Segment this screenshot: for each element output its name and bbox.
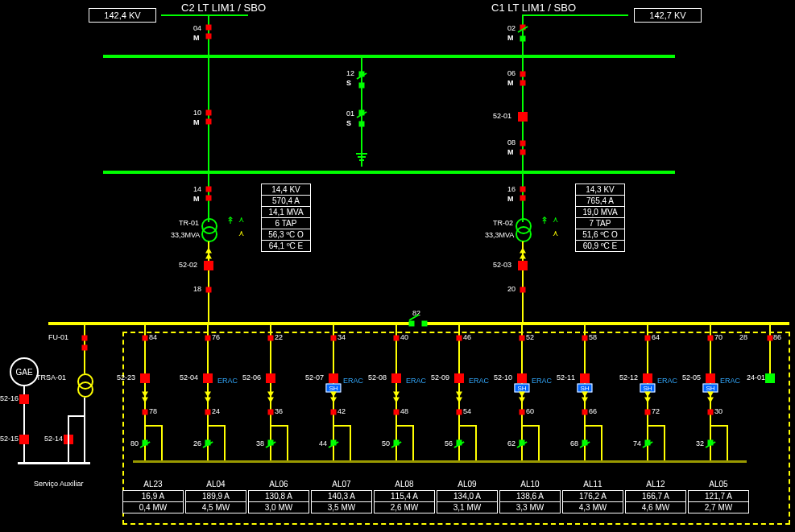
lbl-btm: 38 — [256, 439, 264, 447]
lbl-16: 16 — [507, 185, 516, 193]
lbl-fu01: FU-01 — [48, 333, 68, 341]
isolator-20[interactable] — [520, 287, 526, 293]
isolator-top[interactable] — [645, 336, 651, 341]
isolator-01b[interactable] — [359, 122, 365, 127]
breaker-52-04[interactable] — [203, 373, 213, 383]
link — [648, 425, 665, 427]
tr01-a: 570,4 A — [261, 196, 311, 207]
isolator-mid[interactable] — [268, 410, 274, 415]
isolator-18[interactable] — [206, 287, 212, 293]
isolator-top[interactable] — [268, 336, 274, 341]
isolator-top[interactable] — [394, 336, 400, 341]
tie-b[interactable] — [422, 321, 428, 327]
isolator-02b[interactable] — [520, 36, 526, 42]
lbl-mid: 66 — [589, 407, 597, 415]
isolator-mid[interactable] — [520, 410, 525, 415]
line — [208, 14, 248, 16]
breaker-5201[interactable] — [518, 112, 528, 122]
lbl-breaker: 52-11 — [557, 373, 575, 381]
isolator-top[interactable] — [331, 336, 337, 341]
lbl-18: 18 — [193, 285, 201, 293]
lbl-breaker: 52-05 — [682, 373, 701, 381]
breaker-52-11[interactable] — [580, 373, 590, 383]
lbl-breaker: 52-04 — [180, 373, 198, 381]
breaker-5202[interactable] — [204, 261, 213, 270]
isolator-16[interactable] — [520, 187, 526, 192]
isolator-mid[interactable] — [708, 410, 714, 415]
tr01-readings: 14,4 KV 570,4 A 14,1 MVA 6 TAP 56,3 ºC O… — [261, 184, 311, 252]
breaker-5216[interactable] — [19, 394, 29, 404]
isolator-top[interactable] — [143, 336, 148, 341]
link — [459, 425, 477, 427]
link — [350, 425, 351, 460]
tr02-mva: 19,0 MVA — [575, 207, 625, 218]
transformer-tr02[interactable] — [516, 218, 530, 241]
isolator-14b[interactable] — [206, 196, 212, 201]
isolator-12b[interactable] — [359, 83, 365, 89]
isolator-86[interactable] — [768, 336, 773, 341]
isolator-mid[interactable] — [331, 410, 337, 415]
isolator-top[interactable] — [582, 336, 588, 341]
breaker-5215[interactable] — [19, 435, 29, 444]
isolator-mid[interactable] — [394, 410, 400, 415]
lbl-28r: 28 — [739, 333, 747, 341]
feeder-readout: AL08 115,4 A 2,6 MW — [374, 480, 435, 513]
arrow-icon — [456, 398, 462, 403]
isolator-mid[interactable] — [457, 410, 462, 415]
gae-generator[interactable]: GAE — [10, 357, 39, 386]
lbl-top: 64 — [652, 333, 660, 341]
transformer-trsa01[interactable] — [77, 373, 92, 396]
breaker-52-23[interactable] — [140, 373, 150, 383]
lbl-S: S — [346, 79, 351, 87]
lbl-M: M — [507, 79, 514, 87]
lbl-5216: 52-16 — [0, 394, 19, 402]
link — [585, 425, 602, 427]
isolator-08b[interactable] — [520, 150, 526, 155]
breaker-2401[interactable] — [765, 373, 775, 383]
isolator-top[interactable] — [205, 336, 211, 341]
isolator-top[interactable] — [708, 336, 714, 341]
isolator-16b[interactable] — [520, 196, 526, 201]
isolator-fu01b[interactable] — [82, 345, 88, 351]
lbl-08: 08 — [507, 138, 516, 146]
feeder-mw: 3,1 MW — [437, 502, 498, 513]
isolator-top[interactable] — [457, 336, 462, 341]
arrow-icon — [520, 248, 526, 254]
bus-138-b — [103, 171, 675, 174]
feeder-name: AL23 — [143, 480, 162, 489]
breaker-52-12[interactable] — [643, 373, 652, 383]
isolator-04b[interactable] — [206, 34, 212, 39]
isolator-06[interactable] — [520, 72, 526, 77]
breaker-52-10[interactable] — [517, 373, 527, 383]
breaker-52-07[interactable] — [329, 373, 338, 383]
breaker-5203[interactable] — [518, 261, 528, 270]
erac-label: ERAC — [532, 377, 552, 385]
link — [538, 425, 540, 460]
lbl-btm: 26 — [193, 439, 201, 447]
breaker-52-09[interactable] — [454, 373, 464, 383]
tie-a[interactable] — [409, 321, 415, 327]
arrow-icon — [519, 398, 525, 403]
transformer-tr01[interactable] — [201, 218, 216, 241]
isolator-10[interactable] — [206, 110, 212, 116]
isolator-mid[interactable] — [143, 410, 148, 415]
line — [161, 14, 209, 16]
feeder-readout: AL23 16,9 A 0,4 MW — [122, 480, 184, 513]
lbl-M: M — [193, 118, 200, 126]
breaker-52-08[interactable] — [391, 373, 401, 383]
breaker-52-06[interactable] — [266, 373, 275, 383]
isolator-mid[interactable] — [205, 410, 211, 415]
isolator-08[interactable] — [520, 141, 526, 146]
olive-bus — [133, 460, 747, 463]
erac-label: ERAC — [657, 377, 677, 385]
isolator-mid[interactable] — [582, 410, 588, 415]
isolator-04[interactable] — [206, 25, 212, 31]
breaker-52-05[interactable] — [706, 373, 715, 383]
isolator-10b[interactable] — [206, 119, 212, 125]
isolator-06b[interactable] — [520, 80, 526, 86]
isolator-mid[interactable] — [645, 410, 651, 415]
isolator-top[interactable] — [520, 336, 525, 341]
arrow-icon: ↟ — [540, 215, 549, 226]
isolator-fu01t[interactable] — [82, 336, 88, 341]
isolator-14[interactable] — [206, 187, 212, 192]
